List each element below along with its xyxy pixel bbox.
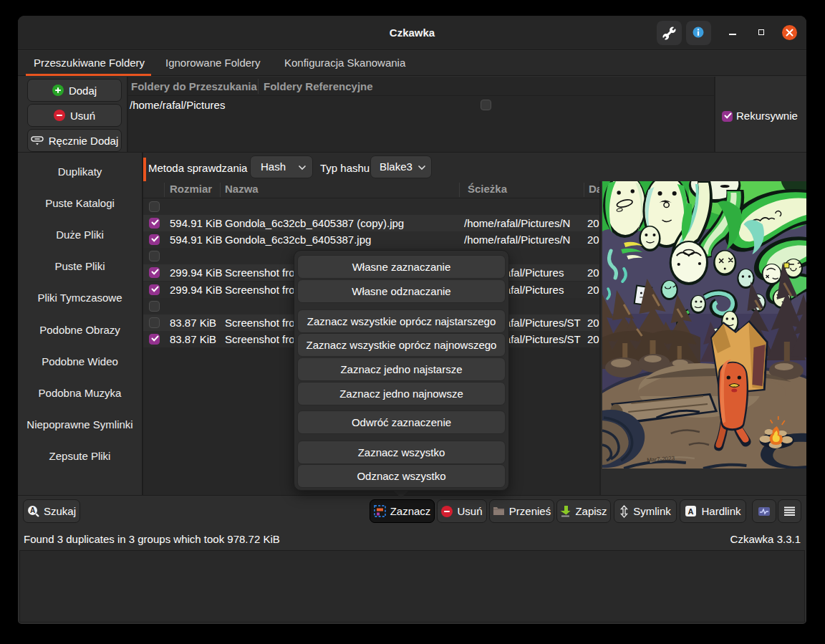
svg-text:A: A — [688, 507, 694, 516]
svg-text:A: A — [30, 506, 35, 514]
